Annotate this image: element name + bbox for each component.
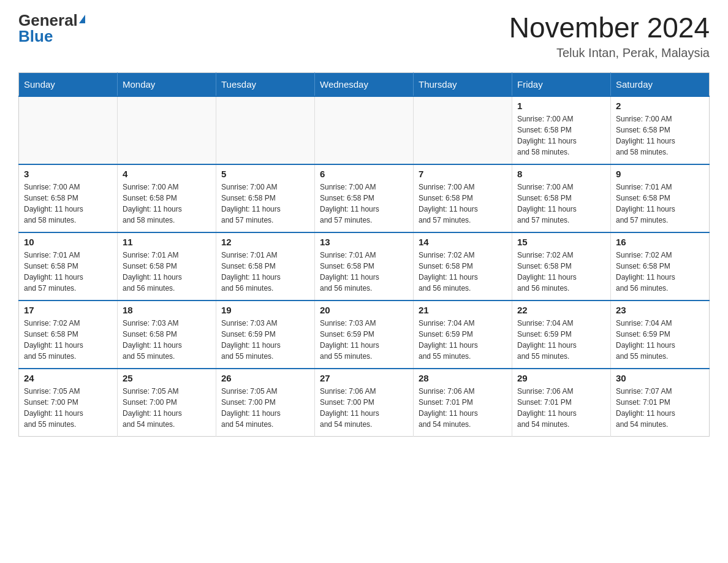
calendar-cell — [216, 96, 315, 164]
day-number: 1 — [517, 101, 605, 111]
title-block: November 2024 Teluk Intan, Perak, Malays… — [509, 12, 710, 60]
logo-triangle-icon — [79, 15, 85, 23]
calendar-cell: 24Sunrise: 7:05 AM Sunset: 7:00 PM Dayli… — [19, 369, 118, 437]
calendar-cell — [118, 96, 216, 164]
day-number: 6 — [320, 169, 408, 179]
week-row-1: 1Sunrise: 7:00 AM Sunset: 6:58 PM Daylig… — [19, 96, 710, 164]
week-row-3: 10Sunrise: 7:01 AM Sunset: 6:58 PM Dayli… — [19, 232, 710, 301]
day-number: 12 — [221, 237, 309, 247]
day-number: 19 — [221, 305, 309, 315]
calendar-cell: 27Sunrise: 7:06 AM Sunset: 7:00 PM Dayli… — [315, 369, 414, 437]
calendar-cell: 5Sunrise: 7:00 AM Sunset: 6:58 PM Daylig… — [216, 164, 315, 232]
calendar-cell: 29Sunrise: 7:06 AM Sunset: 7:01 PM Dayli… — [512, 369, 611, 437]
day-info: Sunrise: 7:00 AM Sunset: 6:58 PM Dayligh… — [419, 182, 507, 226]
day-info: Sunrise: 7:06 AM Sunset: 7:00 PM Dayligh… — [320, 386, 408, 430]
location-subtitle: Teluk Intan, Perak, Malaysia — [509, 46, 710, 60]
calendar-cell — [315, 96, 414, 164]
calendar-cell: 1Sunrise: 7:00 AM Sunset: 6:58 PM Daylig… — [512, 96, 611, 164]
day-info: Sunrise: 7:00 AM Sunset: 6:58 PM Dayligh… — [24, 182, 112, 226]
day-info: Sunrise: 7:05 AM Sunset: 7:00 PM Dayligh… — [24, 386, 112, 430]
days-of-week-row: SundayMondayTuesdayWednesdayThursdayFrid… — [19, 72, 710, 96]
week-row-2: 3Sunrise: 7:00 AM Sunset: 6:58 PM Daylig… — [19, 164, 710, 232]
calendar-cell: 21Sunrise: 7:04 AM Sunset: 6:59 PM Dayli… — [414, 301, 512, 369]
day-number: 14 — [419, 237, 507, 247]
day-number: 26 — [221, 373, 309, 383]
day-info: Sunrise: 7:02 AM Sunset: 6:58 PM Dayligh… — [517, 250, 605, 294]
day-number: 11 — [123, 237, 211, 247]
day-number: 17 — [24, 305, 112, 315]
logo-general-text: General — [18, 12, 78, 28]
day-number: 8 — [517, 169, 605, 179]
day-info: Sunrise: 7:07 AM Sunset: 7:01 PM Dayligh… — [616, 386, 704, 430]
day-info: Sunrise: 7:01 AM Sunset: 6:58 PM Dayligh… — [24, 250, 112, 294]
day-number: 28 — [419, 373, 507, 383]
calendar-cell: 11Sunrise: 7:01 AM Sunset: 6:58 PM Dayli… — [118, 232, 216, 301]
calendar-cell: 4Sunrise: 7:00 AM Sunset: 6:58 PM Daylig… — [118, 164, 216, 232]
calendar-cell: 22Sunrise: 7:04 AM Sunset: 6:59 PM Dayli… — [512, 301, 611, 369]
month-title: November 2024 — [509, 12, 710, 44]
calendar-cell: 16Sunrise: 7:02 AM Sunset: 6:58 PM Dayli… — [611, 232, 710, 301]
day-number: 4 — [123, 169, 211, 179]
day-number: 18 — [123, 305, 211, 315]
day-number: 30 — [616, 373, 704, 383]
calendar-cell: 6Sunrise: 7:00 AM Sunset: 6:58 PM Daylig… — [315, 164, 414, 232]
day-header-saturday: Saturday — [611, 72, 710, 96]
day-info: Sunrise: 7:02 AM Sunset: 6:58 PM Dayligh… — [24, 318, 112, 362]
calendar-header: SundayMondayTuesdayWednesdayThursdayFrid… — [19, 72, 710, 96]
day-header-sunday: Sunday — [19, 72, 118, 96]
calendar-cell: 12Sunrise: 7:01 AM Sunset: 6:58 PM Dayli… — [216, 232, 315, 301]
day-number: 23 — [616, 305, 704, 315]
day-number: 20 — [320, 305, 408, 315]
logo-blue-text: Blue — [18, 28, 53, 44]
day-info: Sunrise: 7:00 AM Sunset: 6:58 PM Dayligh… — [616, 113, 704, 158]
day-number: 22 — [517, 305, 605, 315]
calendar-cell: 15Sunrise: 7:02 AM Sunset: 6:58 PM Dayli… — [512, 232, 611, 301]
day-number: 13 — [320, 237, 408, 247]
calendar-cell: 13Sunrise: 7:01 AM Sunset: 6:58 PM Dayli… — [315, 232, 414, 301]
calendar-cell: 28Sunrise: 7:06 AM Sunset: 7:01 PM Dayli… — [414, 369, 512, 437]
calendar-cell: 23Sunrise: 7:04 AM Sunset: 6:59 PM Dayli… — [611, 301, 710, 369]
day-header-monday: Monday — [118, 72, 216, 96]
calendar-cell: 8Sunrise: 7:00 AM Sunset: 6:58 PM Daylig… — [512, 164, 611, 232]
day-header-wednesday: Wednesday — [315, 72, 414, 96]
day-info: Sunrise: 7:04 AM Sunset: 6:59 PM Dayligh… — [517, 318, 605, 362]
day-info: Sunrise: 7:01 AM Sunset: 6:58 PM Dayligh… — [320, 250, 408, 294]
calendar-cell: 20Sunrise: 7:03 AM Sunset: 6:59 PM Dayli… — [315, 301, 414, 369]
day-info: Sunrise: 7:00 AM Sunset: 6:58 PM Dayligh… — [517, 113, 605, 158]
day-info: Sunrise: 7:04 AM Sunset: 6:59 PM Dayligh… — [616, 318, 704, 362]
day-info: Sunrise: 7:00 AM Sunset: 6:58 PM Dayligh… — [123, 182, 211, 226]
day-number: 25 — [123, 373, 211, 383]
calendar-cell: 18Sunrise: 7:03 AM Sunset: 6:58 PM Dayli… — [118, 301, 216, 369]
calendar-cell: 3Sunrise: 7:00 AM Sunset: 6:58 PM Daylig… — [19, 164, 118, 232]
day-info: Sunrise: 7:02 AM Sunset: 6:58 PM Dayligh… — [616, 250, 704, 294]
day-number: 10 — [24, 237, 112, 247]
day-info: Sunrise: 7:00 AM Sunset: 6:58 PM Dayligh… — [320, 182, 408, 226]
day-number: 9 — [616, 169, 704, 179]
day-info: Sunrise: 7:01 AM Sunset: 6:58 PM Dayligh… — [221, 250, 309, 294]
day-info: Sunrise: 7:06 AM Sunset: 7:01 PM Dayligh… — [419, 386, 507, 430]
day-info: Sunrise: 7:03 AM Sunset: 6:58 PM Dayligh… — [123, 318, 211, 362]
calendar-table: SundayMondayTuesdayWednesdayThursdayFrid… — [18, 72, 710, 437]
calendar-cell: 25Sunrise: 7:05 AM Sunset: 7:00 PM Dayli… — [118, 369, 216, 437]
day-info: Sunrise: 7:02 AM Sunset: 6:58 PM Dayligh… — [419, 250, 507, 294]
calendar-cell: 14Sunrise: 7:02 AM Sunset: 6:58 PM Dayli… — [414, 232, 512, 301]
logo: General Blue — [18, 12, 85, 44]
calendar-cell — [414, 96, 512, 164]
day-number: 24 — [24, 373, 112, 383]
calendar-cell: 19Sunrise: 7:03 AM Sunset: 6:59 PM Dayli… — [216, 301, 315, 369]
day-info: Sunrise: 7:03 AM Sunset: 6:59 PM Dayligh… — [221, 318, 309, 362]
day-info: Sunrise: 7:05 AM Sunset: 7:00 PM Dayligh… — [123, 386, 211, 430]
day-number: 16 — [616, 237, 704, 247]
calendar-cell: 2Sunrise: 7:00 AM Sunset: 6:58 PM Daylig… — [611, 96, 710, 164]
week-row-4: 17Sunrise: 7:02 AM Sunset: 6:58 PM Dayli… — [19, 301, 710, 369]
day-info: Sunrise: 7:00 AM Sunset: 6:58 PM Dayligh… — [517, 182, 605, 226]
day-number: 15 — [517, 237, 605, 247]
day-number: 7 — [419, 169, 507, 179]
day-header-tuesday: Tuesday — [216, 72, 315, 96]
day-info: Sunrise: 7:01 AM Sunset: 6:58 PM Dayligh… — [123, 250, 211, 294]
calendar-cell: 9Sunrise: 7:01 AM Sunset: 6:58 PM Daylig… — [611, 164, 710, 232]
calendar-body: 1Sunrise: 7:00 AM Sunset: 6:58 PM Daylig… — [19, 96, 710, 437]
calendar-cell: 30Sunrise: 7:07 AM Sunset: 7:01 PM Dayli… — [611, 369, 710, 437]
calendar-cell: 17Sunrise: 7:02 AM Sunset: 6:58 PM Dayli… — [19, 301, 118, 369]
calendar-cell: 7Sunrise: 7:00 AM Sunset: 6:58 PM Daylig… — [414, 164, 512, 232]
